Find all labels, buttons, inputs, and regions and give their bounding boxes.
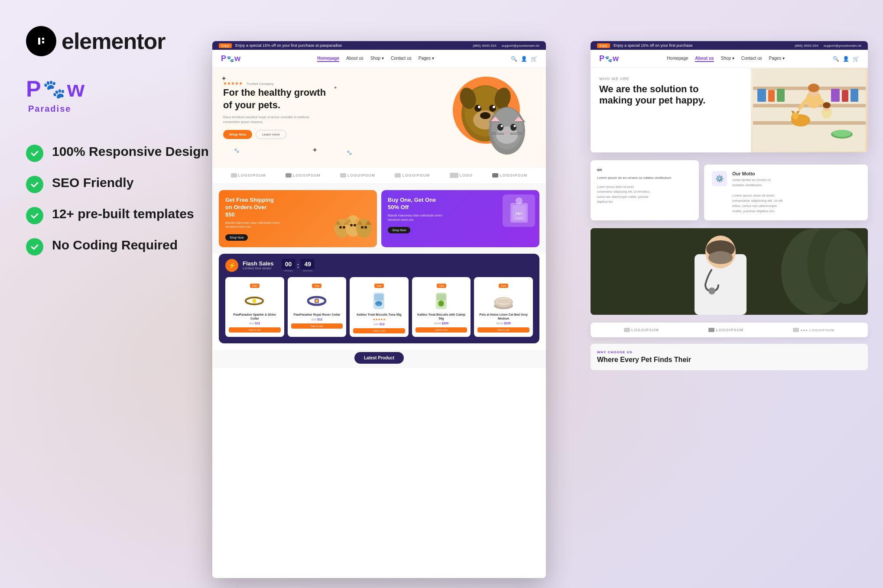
add-to-cart-3[interactable]: Add to cart (353, 328, 405, 333)
product-3-price: $15 $12 (353, 323, 405, 326)
elementor-header: elementor (26, 26, 166, 56)
about-search-icon[interactable]: 🔍 (833, 56, 839, 62)
hero-desc: Risus tincidunt nascetur turpis ut lectu… (223, 115, 318, 125)
about-nav-shop[interactable]: Shop ▾ (721, 56, 734, 62)
promo-bogo-btn[interactable]: Shop Now (388, 227, 410, 233)
paw-logo-p: P (26, 76, 41, 102)
svg-point-65 (496, 297, 511, 305)
product-3-badge: Sale (374, 284, 384, 288)
flash-products: Sale PawParadise Sparkle & Shine Collar … (225, 277, 533, 337)
nav-link-pages[interactable]: Pages ▾ (419, 56, 434, 62)
learn-more-button[interactable]: Learn more (256, 130, 286, 139)
elementor-icon (26, 26, 56, 56)
right-text-card: on Lorem ipsum do eu ornare uz odales ve… (591, 160, 699, 220)
nav-link-shop[interactable]: Shop ▾ (370, 56, 384, 62)
about-nav: P 🐾 w Homepage About us Shop ▾ Contact u… (591, 50, 868, 68)
svg-point-88 (792, 113, 799, 120)
nav-links: Homepage About us Shop ▾ Contact us Page… (317, 56, 434, 62)
promo-free-shipping-title: Get Free Shipping on Orders Over $50 (225, 197, 277, 219)
product-2-name: PawParadise Royal Rover Collar (291, 313, 343, 317)
svg-point-9 (480, 112, 490, 119)
cart-icon[interactable]: 🛒 (531, 56, 537, 62)
about-user-icon[interactable]: 👤 (843, 56, 849, 62)
timer-seconds-block: 49 seconds (301, 259, 315, 272)
svg-point-10 (474, 105, 481, 112)
product-1-old-price: $15 (249, 322, 254, 325)
timer-minutes-label: minutes (282, 269, 295, 272)
product-5-old-price: $349 (497, 322, 503, 325)
about-nav-p: P (599, 54, 604, 63)
notif-left: Enjoy Enjoy a special 15% off on your fi… (219, 43, 342, 48)
about-nav-contact[interactable]: Contact us (741, 56, 762, 62)
search-icon[interactable]: 🔍 (511, 56, 517, 62)
nav-link-homepage[interactable]: Homepage (317, 56, 339, 62)
add-to-cart-2[interactable]: Add to cart (291, 323, 343, 329)
latest-product-button[interactable]: Latest Product (354, 352, 404, 364)
product-card-5: Sale Pets at Home Linen Cat Bed Grey Med… (474, 277, 533, 337)
user-icon[interactable]: 👤 (521, 56, 527, 62)
svg-text:🐟: 🐟 (377, 302, 381, 306)
nav-link-contact[interactable]: Contact us (391, 56, 412, 62)
svg-rect-1 (38, 38, 40, 45)
about-nav-homepage[interactable]: Homepage (667, 56, 688, 62)
hero-section: ★★★★★ Trusted Company For the healthy gr… (212, 68, 546, 168)
motto-title: Our Motto (732, 171, 783, 176)
svg-point-42 (354, 224, 356, 226)
svg-rect-75 (831, 89, 840, 102)
sparkle-3: ✦ (312, 146, 318, 154)
svg-point-44 (364, 226, 367, 229)
pet-store-img (751, 68, 868, 152)
text-card-heading: on (597, 167, 692, 173)
hero-trusted: Trusted Company (246, 82, 273, 86)
svg-point-100 (708, 251, 733, 264)
flash-title: Flash Sales (243, 261, 274, 266)
product-4-new-price: $299 (442, 322, 449, 325)
vet-image-card (591, 228, 868, 315)
about-notif-bar: Enjoy Enjoy a special 15% off on your fi… (591, 41, 868, 50)
add-to-cart-5[interactable]: Add to cart (477, 327, 529, 333)
product-card-4: Sale 🌿 Katties Treat Biscuits with Catni… (412, 277, 471, 337)
add-to-cart-1[interactable]: Add to cart (229, 327, 281, 333)
about-nav-about[interactable]: About us (695, 56, 714, 62)
promo-bogo-title: Buy One, Get One 50% Off (388, 197, 440, 211)
nav-link-about[interactable]: About us (346, 56, 363, 62)
sparkle-1: ✦ (221, 74, 227, 83)
about-notif-email: support@yourdomain.txt (824, 44, 861, 48)
about-notif-right: (886) 4000-334 support@yourdomain.txt (795, 44, 861, 48)
about-nav-w: w (613, 54, 619, 63)
product-card-1: Sale PawParadise Sparkle & Shine Collar … (225, 277, 284, 337)
bottom-brand-2: logoipsum (708, 328, 743, 332)
about-nav-logo: P 🐾 w (599, 54, 619, 63)
svg-point-54 (315, 300, 318, 302)
shop-now-button[interactable]: Shop Now (223, 130, 252, 139)
svg-point-101 (708, 288, 715, 294)
promo-free-shipping-btn[interactable]: Shop Now (225, 234, 248, 241)
brand-logo-2: logoipsum (286, 173, 321, 178)
add-to-cart-4[interactable]: Add to cart (416, 327, 467, 333)
notif-badge: Enjoy (219, 43, 232, 48)
our-motto-card: ⚙️ Our Motto Justo facilisi eu ornare ut… (704, 165, 868, 220)
check-icon-no-code (26, 238, 43, 255)
about-nav-pages[interactable]: Pages ▾ (769, 56, 785, 62)
bottom-brand-1: LOGOIPSUM (624, 328, 659, 332)
product-2-new-price: $12 (317, 318, 322, 321)
pet-store-photo (751, 68, 868, 152)
flash-subtitle: Limited time deals! (243, 266, 274, 270)
motto-content: Our Motto Justo facilisi eu ornare utsod… (732, 171, 783, 214)
svg-point-22 (497, 124, 503, 131)
why-choose-title: Where Every Pet Finds Their (597, 356, 861, 364)
motto-desc: Justo facilisi eu ornare utsodales vesti… (732, 178, 783, 214)
sparkle-4: 🐾 (234, 148, 239, 153)
feature-text-seo: SEO Friendly (52, 174, 133, 191)
paw-logo-paw: 🐾 (43, 78, 65, 100)
svg-point-23 (510, 124, 516, 131)
product-2-old-price: $15 (312, 318, 317, 321)
nav-logo: P 🐾 w (221, 54, 240, 63)
product-1-price: $15 $12 (229, 322, 281, 325)
check-icon-responsive (26, 145, 43, 162)
promo-bogo-desc: Blandit maecenas vitae sollicitudin lore… (388, 213, 444, 222)
about-hero-row: Who we are We are the solution to making… (591, 68, 868, 152)
product-3-new-price: $12 (380, 323, 385, 326)
about-cart-icon[interactable]: 🛒 (853, 56, 859, 62)
sparkle-2: ✦ (334, 85, 337, 90)
